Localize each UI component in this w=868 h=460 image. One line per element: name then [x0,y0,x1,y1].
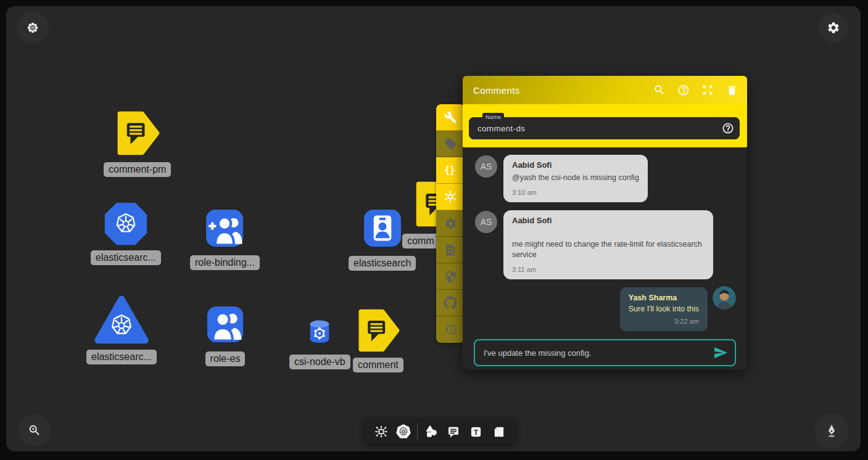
zoom-in-button[interactable] [19,414,51,446]
shape-tools-toolbar: T [363,418,517,445]
search-icon [653,84,666,96]
message-time: 3:10 am [512,189,639,196]
message-author: Yash Sharma [629,294,699,302]
kubernetes-snowflake-icon [443,189,458,204]
help-button[interactable] [677,83,690,97]
comments-panel-header[interactable]: Comments [463,76,747,104]
node-comment[interactable]: comment [353,309,403,372]
toolbar-wrench-button[interactable] [436,104,465,131]
github-icon [444,296,457,310]
expand-icon [701,84,714,96]
node-label: csi-node-vb [289,355,350,369]
message-time: 3:11 am [512,266,705,273]
kubernetes-wheel-icon [93,294,150,345]
pen-nib-icon [824,423,840,439]
node-name-section: Name [463,104,747,147]
toolbar-settings-button[interactable] [436,210,465,237]
settings-gear-icon [827,21,840,35]
message-author: Aabid Sofi [512,161,639,170]
shapes-tool-button[interactable] [422,421,440,442]
integration-tool-button[interactable] [372,421,391,442]
node-label: elasticsearc... [91,250,161,265]
comment-message: AS Aabid Sofi me might need to change th… [475,210,736,279]
comment-composer[interactable] [474,339,736,366]
comment-message-own: Yash Sharma Sure I'll look into this 3:2… [475,287,736,331]
node-elasticsearch-serviceaccount[interactable]: elasticsearch [349,207,416,271]
delete-button[interactable] [725,83,738,97]
comment-input[interactable] [475,348,711,358]
integration-icon [374,424,389,439]
tag-icon [444,138,457,150]
kubernetes-wheel-icon [104,202,148,246]
settings-button[interactable] [819,13,848,43]
history-icon [444,323,457,336]
delete-icon [726,84,738,96]
app-window: comment-pm elasticsearc... [0,0,868,460]
shapes-icon [424,424,439,439]
avatar: AS [475,211,497,233]
message-text: @yash the csi-node is missing config [512,173,639,183]
comment-message: AS Aabid Sofi @yash the csi-node is miss… [475,155,736,202]
send-icon [713,345,728,360]
toolbar-github-button[interactable] [436,290,465,316]
wrench-icon [444,111,457,124]
name-input[interactable] [469,124,740,133]
id-badge-icon [362,207,403,249]
message-text: Sure I'll look into this [629,304,699,314]
node-csi-node-vb[interactable]: csi-node-vb [289,319,350,369]
send-button[interactable] [711,343,730,362]
avatar: AS [475,155,497,178]
node-comment-pm[interactable]: comment-pm [104,111,171,177]
node-label: comment [353,358,403,372]
node-role-es[interactable]: role-es [205,304,246,366]
text-tool-icon: T [469,425,483,439]
node-elasticsearch-octagon[interactable]: elasticsearc... [91,202,161,265]
toolbar-divider [417,424,418,440]
shield-icon [444,270,457,283]
message-bubble: Aabid Sofi me might need to change the r… [503,210,713,279]
search-button[interactable] [653,83,666,97]
yash-photo-avatar [713,286,736,310]
toolbar-file-search-button[interactable] [436,237,465,263]
design-canvas[interactable]: comment-pm elasticsearc... [6,6,861,451]
node-label: elasticsearc... [86,350,157,364]
toolbar-braces-button[interactable]: {} [436,157,465,184]
note-tool-button[interactable] [489,421,508,442]
expand-button[interactable] [701,83,714,97]
help-icon[interactable] [722,122,734,134]
braces-icon: {} [445,164,455,176]
svg-text:T: T [474,428,478,435]
help-icon [677,84,690,96]
file-search-icon [444,244,457,257]
toolbar-shield-button[interactable] [436,263,465,290]
storage-gear-icon [308,319,331,344]
message-bubble: Yash Sharma Sure I'll look into this 3:2… [620,287,708,331]
comment-tool-icon [446,424,461,439]
comment-bubble-icon [115,111,160,155]
name-field-label: Name [482,113,504,121]
toolbar-kubernetes-button[interactable] [436,184,465,210]
comment-tool-button[interactable] [444,421,463,442]
panel-title: Comments [473,85,653,96]
pen-tool-button[interactable] [814,414,849,448]
kubernetes-tool-button[interactable] [394,421,413,442]
comment-bubble-icon [357,309,400,352]
note-icon [492,425,506,439]
text-tool-button[interactable]: T [467,421,486,442]
node-role-binding[interactable]: role-binding... [190,207,260,270]
node-elasticsearch-triangle[interactable]: elasticsearc... [86,294,157,364]
node-label: role-binding... [190,255,260,270]
message-author: Aabid Sofi [512,216,705,226]
node-label: role-es [205,351,246,366]
message-text: me might need to change the rate-limit f… [512,239,705,260]
gear-icon [444,217,457,230]
name-field[interactable]: Name [469,117,740,139]
comment-thread: AS Aabid Sofi @yash the csi-node is miss… [463,147,747,331]
app-logo-button[interactable] [17,12,49,44]
kubernetes-icon [395,424,411,440]
message-time: 3:22 am [629,318,699,325]
zoom-in-icon [28,424,41,437]
toolbar-tag-button[interactable] [436,131,465,157]
toolbar-history-button[interactable] [436,316,465,343]
node-label: comment-pm [104,162,171,177]
